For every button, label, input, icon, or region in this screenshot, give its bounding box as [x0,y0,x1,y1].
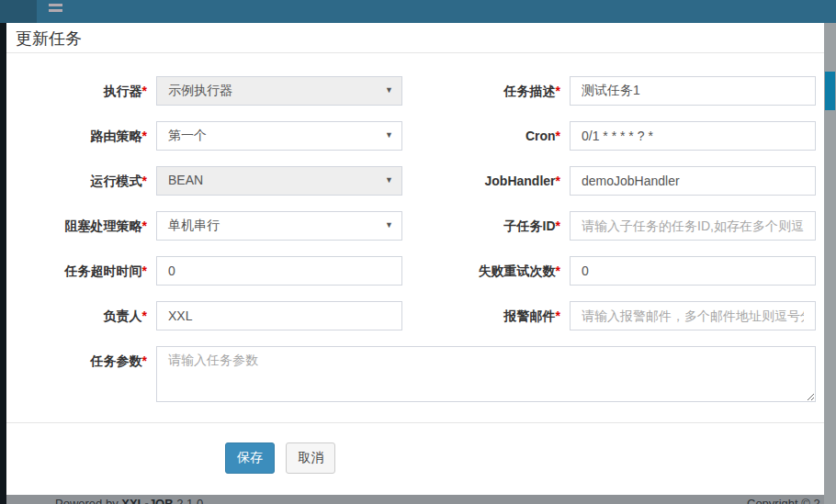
timeout-label: 任务超时时间* [16,256,147,286]
copyright-text: Copyright © 2 [747,497,820,504]
required-mark: * [556,84,560,98]
modal-button-row: 保存 取消 [225,442,824,474]
form-row: 执行器* 示例执行器 ▼ 任务描述* [16,76,824,106]
job-desc-input[interactable] [570,76,816,106]
job-handler-input[interactable] [570,166,816,196]
author-input[interactable] [156,301,402,330]
hamburger-bar [49,9,62,12]
executor-label: 执行器* [16,76,147,106]
required-mark: * [142,174,147,188]
required-mark: * [556,218,560,233]
route-strategy-label: 路由策略* [16,121,147,151]
form-row: 任务参数* [16,346,824,402]
form-row: 运行模式* BEAN ▼ JobHandler* [16,166,824,196]
alarm-email-label: 报警邮件* [412,301,560,330]
cancel-button[interactable]: 取消 [286,442,335,474]
navbar-logo-area [0,0,37,23]
fail-retry-input[interactable] [570,256,816,286]
job-param-textarea[interactable] [156,346,816,402]
executor-select-value: 示例执行器 [168,83,232,97]
hamburger-menu-icon[interactable] [49,4,62,18]
block-strategy-label: 阻塞处理策略* [16,211,147,241]
update-job-modal: 更新任务 执行器* 示例执行器 ▼ 任务描述* 路由策略* 第一个 ▼ Cron… [6,23,824,495]
form-row: 阻塞处理策略* 单机串行 ▼ 子任务ID* [16,211,824,241]
modal-title: 更新任务 [16,29,824,49]
cron-label: Cron* [412,121,560,151]
required-mark: * [142,129,147,143]
top-navbar [0,0,836,23]
child-jobid-label: 子任务ID* [412,211,560,241]
glue-type-label: 运行模式* [16,166,147,196]
executor-select[interactable]: 示例执行器 ▼ [156,76,402,106]
fail-retry-label: 失败重试次数* [412,256,560,286]
job-param-label: 任务参数* [16,346,147,402]
author-label: 负责人* [16,301,147,330]
chevron-down-icon: ▼ [385,130,393,140]
required-mark: * [556,174,560,188]
chevron-down-icon: ▼ [385,175,393,185]
title-divider [6,52,824,53]
required-mark: * [142,308,147,323]
sidebar-strip [0,23,6,504]
required-mark: * [142,84,147,98]
timeout-input[interactable] [156,256,402,286]
job-handler-label: JobHandler* [412,166,560,196]
required-mark: * [556,308,560,323]
update-job-form: 执行器* 示例执行器 ▼ 任务描述* 路由策略* 第一个 ▼ Cron* 运行模… [6,76,824,402]
page-footer: Powered by XXL-JOB 2.1.0 Copyright © 2 [6,495,824,504]
block-strategy-select[interactable]: 单机串行 ▼ [156,211,402,241]
route-strategy-select[interactable]: 第一个 ▼ [156,121,402,151]
chevron-down-icon: ▼ [385,85,393,95]
scrollbar-thumb[interactable] [825,72,835,110]
route-strategy-select-value: 第一个 [168,128,207,142]
form-row: 任务超时时间* 失败重试次数* [16,256,824,286]
scrollbar-track[interactable] [824,23,836,504]
job-desc-label: 任务描述* [412,76,560,106]
footer-divider [6,422,824,423]
required-mark: * [142,263,147,278]
save-button[interactable]: 保存 [225,442,275,474]
chevron-down-icon: ▼ [385,220,393,230]
form-row: 路由策略* 第一个 ▼ Cron* [16,121,824,151]
child-jobid-input[interactable] [570,211,816,241]
glue-type-select[interactable]: BEAN ▼ [156,166,402,196]
required-mark: * [142,353,147,368]
alarm-email-input[interactable] [570,301,816,330]
required-mark: * [556,263,560,278]
required-mark: * [142,218,147,233]
cron-input[interactable] [570,121,816,151]
form-row: 负责人* 报警邮件* [16,301,824,330]
brand-name: XXL-JOB [121,497,173,504]
powered-by-text: Powered by XXL-JOB 2.1.0 [55,497,203,504]
block-strategy-select-value: 单机串行 [168,218,220,232]
required-mark: * [556,129,560,143]
glue-type-select-value: BEAN [168,173,203,187]
hamburger-bar [49,4,62,6]
